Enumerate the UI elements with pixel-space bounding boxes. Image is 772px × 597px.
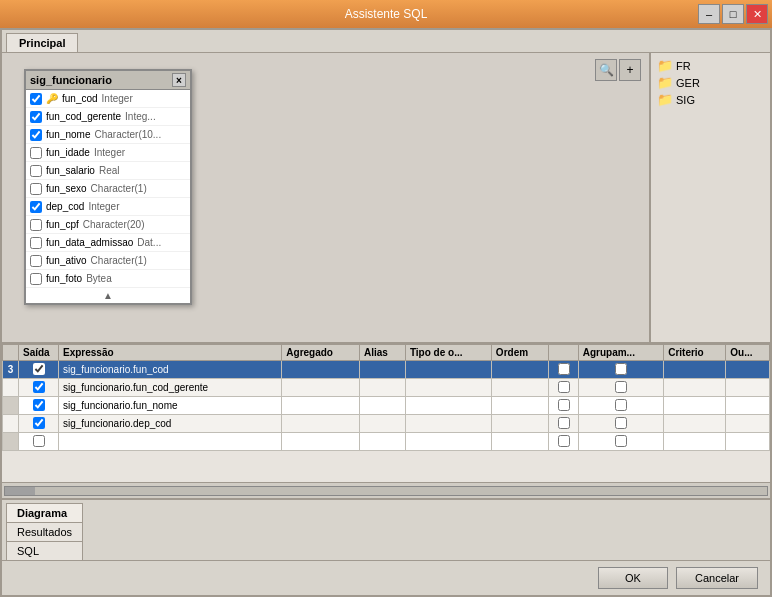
top-tab-bar: Principal: [2, 30, 770, 53]
expressao-cell: sig_funcionario.fun_cod_gerente: [59, 379, 282, 397]
sidebar-item-sig[interactable]: 📁SIG: [655, 91, 766, 108]
saida-checkbox[interactable]: [33, 435, 45, 447]
horizontal-scrollbar[interactable]: [2, 482, 770, 498]
bottom-tab-sql[interactable]: SQL: [6, 541, 83, 560]
grid-col-agregado: Agregado: [282, 345, 360, 361]
sidebar-item-label: SIG: [676, 94, 695, 106]
field-checkbox[interactable]: [30, 273, 42, 285]
toolbar-icons: 🔍 +: [595, 59, 641, 81]
tipode-cell: [405, 415, 491, 433]
table-field-row[interactable]: fun_cpf Character(20): [26, 216, 190, 234]
table-field-row[interactable]: fun_data_admissao Dat...: [26, 234, 190, 252]
saida-checkbox[interactable]: [33, 363, 45, 375]
grid-area: SaídaExpressãoAgregadoAliasTipo de o...O…: [2, 342, 770, 482]
expressao-cell: sig_funcionario.dep_cod: [59, 415, 282, 433]
table-field-row[interactable]: fun_sexo Character(1): [26, 180, 190, 198]
scrollbar-thumb[interactable]: [5, 487, 35, 495]
table-field-row[interactable]: fun_foto Bytea: [26, 270, 190, 288]
grid-col-tipode: Tipo de o...: [405, 345, 491, 361]
sidebar-items: 📁FR📁GER📁SIG: [655, 57, 766, 108]
minimize-button[interactable]: –: [698, 4, 720, 24]
table-field-row[interactable]: fun_idade Integer: [26, 144, 190, 162]
chk-checkbox[interactable]: [558, 435, 570, 447]
add-icon-button[interactable]: +: [619, 59, 641, 81]
field-checkbox[interactable]: [30, 183, 42, 195]
cancel-button[interactable]: Cancelar: [676, 567, 758, 589]
alias-cell: [359, 361, 405, 379]
grid-row[interactable]: 3sig_funcionario.fun_cod: [3, 361, 770, 379]
grid-row[interactable]: sig_funcionario.dep_cod: [3, 415, 770, 433]
criterio-cell: [664, 433, 726, 451]
agregado-cell: [282, 397, 360, 415]
saida-cell[interactable]: [19, 415, 59, 433]
grid-row[interactable]: sig_funcionario.fun_nome: [3, 397, 770, 415]
ou-cell: [726, 361, 770, 379]
grid-col-saida: Saída: [19, 345, 59, 361]
chk-checkbox[interactable]: [558, 399, 570, 411]
table-field-row[interactable]: 🔑fun_cod Integer: [26, 90, 190, 108]
alias-cell: [359, 397, 405, 415]
agrupam-checkbox[interactable]: [615, 435, 627, 447]
grid-row[interactable]: sig_funcionario.fun_cod_gerente: [3, 379, 770, 397]
saida-checkbox[interactable]: [33, 399, 45, 411]
grid-row[interactable]: [3, 433, 770, 451]
scrollbar-track[interactable]: [4, 486, 768, 496]
ou-cell: [726, 433, 770, 451]
field-name: fun_ativo: [46, 255, 87, 266]
chk-checkbox[interactable]: [558, 363, 570, 375]
saida-cell[interactable]: [19, 379, 59, 397]
bottom-tab-diagrama[interactable]: Diagrama: [6, 503, 83, 522]
agrupam-checkbox[interactable]: [615, 381, 627, 393]
title-bar: Assistente SQL – □ ✕: [0, 0, 772, 28]
sidebar-item-fr[interactable]: 📁FR: [655, 57, 766, 74]
folder-icon: 📁: [657, 92, 673, 107]
close-button[interactable]: ✕: [746, 4, 768, 24]
field-checkbox[interactable]: [30, 219, 42, 231]
field-checkbox[interactable]: [30, 111, 42, 123]
saida-checkbox[interactable]: [33, 381, 45, 393]
chk-checkbox[interactable]: [558, 381, 570, 393]
sidebar-item-ger[interactable]: 📁GER: [655, 74, 766, 91]
field-checkbox[interactable]: [30, 255, 42, 267]
tab-principal[interactable]: Principal: [6, 33, 78, 52]
main-window: Principal 🔍 + sig_funcionario × 🔑fun_cod…: [0, 28, 772, 597]
agrupam-checkbox[interactable]: [615, 399, 627, 411]
table-widget-close[interactable]: ×: [172, 73, 186, 87]
chk-checkbox[interactable]: [558, 417, 570, 429]
maximize-button[interactable]: □: [722, 4, 744, 24]
field-checkbox[interactable]: [30, 147, 42, 159]
criterio-cell: [664, 397, 726, 415]
field-type: Dat...: [137, 237, 161, 248]
grid-col-rownum: [3, 345, 19, 361]
field-name: dep_cod: [46, 201, 84, 212]
ou-cell: [726, 397, 770, 415]
scroll-indicator: ▲: [26, 288, 190, 303]
row-num-cell: [3, 433, 19, 451]
table-field-row[interactable]: dep_cod Integer: [26, 198, 190, 216]
search-icon-button[interactable]: 🔍: [595, 59, 617, 81]
agrupam-checkbox[interactable]: [615, 417, 627, 429]
table-field-row[interactable]: fun_nome Character(10...: [26, 126, 190, 144]
table-field-row[interactable]: fun_cod_gerente Integ...: [26, 108, 190, 126]
field-checkbox[interactable]: [30, 201, 42, 213]
agregado-cell: [282, 415, 360, 433]
saida-cell[interactable]: [19, 433, 59, 451]
field-checkbox[interactable]: [30, 165, 42, 177]
field-checkbox[interactable]: [30, 237, 42, 249]
saida-cell[interactable]: [19, 361, 59, 379]
agrupam-checkbox[interactable]: [615, 363, 627, 375]
table-field-row[interactable]: fun_ativo Character(1): [26, 252, 190, 270]
ou-cell: [726, 379, 770, 397]
bottom-tab-resultados[interactable]: Resultados: [6, 522, 83, 541]
saida-checkbox[interactable]: [33, 417, 45, 429]
agregado-cell: [282, 361, 360, 379]
table-widget-header: sig_funcionario ×: [26, 71, 190, 90]
table-field-row[interactable]: fun_salario Real: [26, 162, 190, 180]
ok-button[interactable]: OK: [598, 567, 668, 589]
saida-cell[interactable]: [19, 397, 59, 415]
field-checkbox[interactable]: [30, 93, 42, 105]
ordem-cell: [491, 361, 549, 379]
window-controls[interactable]: – □ ✕: [698, 4, 768, 24]
expressao-cell: sig_funcionario.fun_nome: [59, 397, 282, 415]
field-checkbox[interactable]: [30, 129, 42, 141]
